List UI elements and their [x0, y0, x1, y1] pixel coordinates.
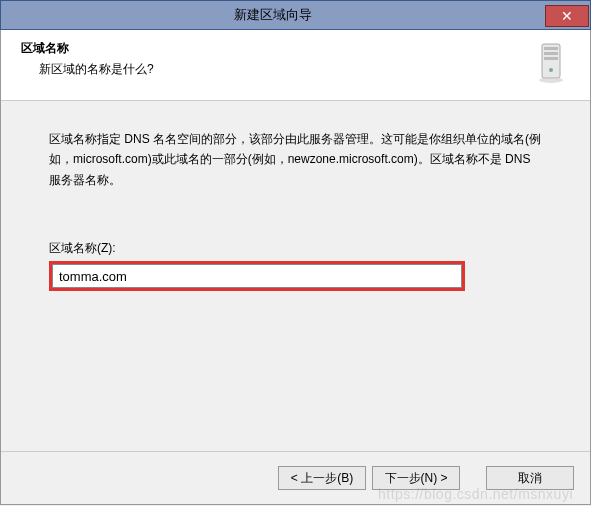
description-text: 区域名称指定 DNS 名名空间的部分，该部分由此服务器管理。这可能是你组织单位的…	[49, 129, 542, 190]
zone-name-label: 区域名称(Z):	[49, 240, 542, 257]
svg-rect-3	[544, 57, 558, 60]
wizard-buttons: < 上一步(B) 下一步(N) > 取消	[1, 451, 590, 504]
close-icon: ✕	[561, 8, 573, 24]
zone-name-input[interactable]	[52, 264, 462, 288]
next-button[interactable]: 下一步(N) >	[372, 466, 460, 490]
wizard-header: 区域名称 新区域的名称是什么?	[1, 30, 590, 101]
titlebar: 新建区域向导 ✕	[0, 0, 591, 30]
button-spacer	[466, 466, 480, 490]
back-button[interactable]: < 上一步(B)	[278, 466, 366, 490]
page-title: 区域名称	[21, 40, 520, 57]
zone-name-highlight	[49, 261, 465, 291]
page-subtitle: 新区域的名称是什么?	[39, 61, 520, 78]
window-title: 新建区域向导	[1, 6, 545, 24]
svg-rect-1	[544, 47, 558, 50]
wizard-content: 区域名称指定 DNS 名名空间的部分，该部分由此服务器管理。这可能是你组织单位的…	[1, 101, 590, 451]
svg-rect-2	[544, 52, 558, 55]
dialog-body: 区域名称 新区域的名称是什么? 区域名称指定 DNS 名名空间的部分，该部分由此…	[0, 30, 591, 505]
wizard-header-text: 区域名称 新区域的名称是什么?	[21, 40, 520, 78]
svg-point-5	[539, 77, 563, 83]
server-icon	[528, 40, 574, 86]
close-button[interactable]: ✕	[545, 5, 589, 27]
svg-point-4	[549, 68, 553, 72]
cancel-button[interactable]: 取消	[486, 466, 574, 490]
